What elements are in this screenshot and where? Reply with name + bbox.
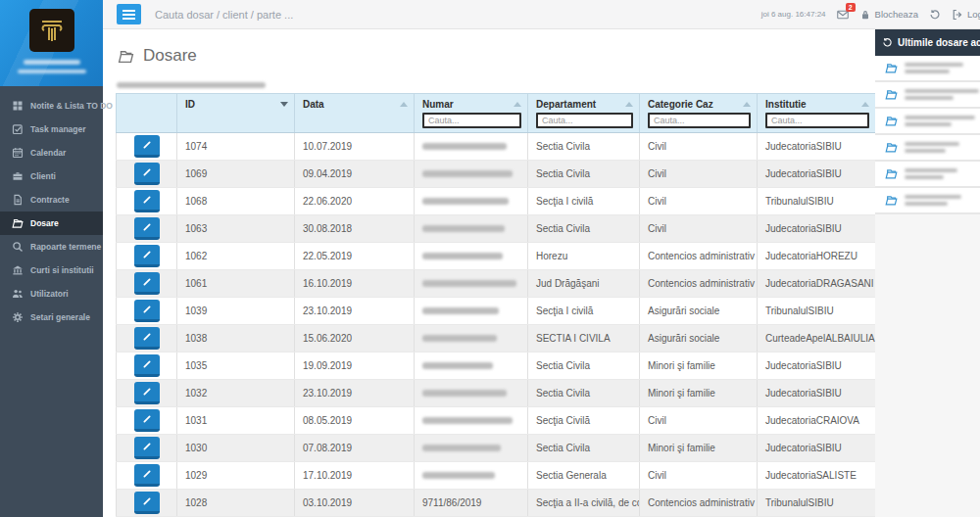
- cell-categorie: Asigurări sociale: [640, 298, 758, 325]
- edit-row-button[interactable]: [134, 190, 160, 212]
- pencil-icon: [141, 194, 153, 206]
- sidebar-item-label: Dosare: [30, 218, 59, 228]
- cell-numar: [415, 435, 528, 462]
- cell-data: 19.09.2019: [295, 352, 415, 380]
- edit-row-button[interactable]: [134, 354, 160, 377]
- recent-case-item[interactable]: [875, 135, 980, 162]
- edit-row-button[interactable]: [134, 300, 160, 322]
- cell-categorie: Civil: [640, 215, 758, 243]
- sidebar-item-contracte[interactable]: Contracte: [0, 188, 103, 212]
- sidebar-item-rapoarte-termene[interactable]: Rapoarte termene: [0, 235, 103, 258]
- sidebar-item-calendar[interactable]: Calendar: [0, 141, 103, 164]
- sidebar-item-dosare[interactable]: Dosare: [0, 212, 103, 235]
- filter-departament-input[interactable]: [536, 113, 633, 128]
- cell-numar: [415, 325, 528, 352]
- sidebar-item-label: Task manager: [30, 124, 86, 134]
- table-row: 1032 23.10.2019 Sectia Civila Minori şi …: [117, 380, 876, 407]
- recent-case-item[interactable]: [875, 82, 980, 109]
- edit-row-button[interactable]: [134, 327, 160, 350]
- messages-count-badge: 2: [846, 3, 856, 12]
- table-row: 1062 22.05.2019 Horezu Contencios admini…: [117, 243, 876, 270]
- recent-case-item[interactable]: [875, 109, 980, 135]
- table-row: 1035 19.09.2019 Sectia Civila Minori şi …: [117, 352, 876, 380]
- filter-institutie-input[interactable]: [765, 113, 869, 128]
- edit-row-button[interactable]: [134, 272, 160, 295]
- edit-row-button[interactable]: [134, 245, 160, 267]
- edit-row-button[interactable]: [134, 492, 160, 514]
- cell-departament: Sectia Civila: [528, 133, 640, 161]
- table-row: 1039 23.10.2019 Secţia I civilă Asigurăr…: [117, 298, 876, 325]
- menu-toggle-button[interactable]: [117, 4, 141, 24]
- recent-case-item[interactable]: [875, 56, 980, 82]
- page-subtitle-redacted: [117, 74, 875, 92]
- cell-data: 30.08.2018: [295, 215, 415, 243]
- sort-asc-icon: [514, 102, 521, 107]
- filter-categorie-input[interactable]: [648, 113, 751, 128]
- table-header-row: ID Data Numar: [117, 94, 876, 133]
- sidebar-item-curti-institutii[interactable]: Curti si institutii: [0, 258, 103, 282]
- cell-categorie: Contencios administrativ şi fiscal: [640, 243, 758, 270]
- edit-row-button[interactable]: [134, 163, 160, 185]
- cell-id: 1069: [177, 161, 295, 188]
- folder-open-icon: [884, 88, 899, 101]
- column-header-id[interactable]: ID: [177, 94, 295, 133]
- recent-case-text-redacted: [905, 195, 961, 206]
- sidebar-item-label: Contracte: [30, 195, 70, 205]
- cell-numar: [415, 215, 528, 243]
- pencil-icon: [141, 249, 153, 260]
- column-header-data[interactable]: Data: [295, 94, 415, 133]
- users-icon: [12, 288, 24, 300]
- edit-row-button[interactable]: [134, 217, 160, 240]
- column-header-institutie[interactable]: Institutie: [758, 94, 876, 133]
- cell-numar: [415, 188, 528, 215]
- cell-numar: [415, 380, 528, 407]
- pillar-logo-icon: [35, 15, 69, 46]
- filter-numar-input[interactable]: [422, 113, 521, 128]
- folder-open-icon: [884, 115, 899, 127]
- edit-row-button[interactable]: [134, 382, 160, 404]
- main-content: Dosare ID D: [103, 29, 875, 517]
- table-row: 1074 10.07.2019 Sectia Civila Civil Jude…: [117, 133, 876, 161]
- sidebar-item-task-manager[interactable]: Task manager: [0, 118, 103, 141]
- cell-data: 17.10.2019: [295, 462, 415, 490]
- recent-cases-panel: Ultimile dosare accesate: [875, 29, 980, 517]
- column-header-departament[interactable]: Departament: [528, 94, 640, 133]
- messages-button[interactable]: 2: [837, 9, 849, 21]
- cell-numar: [415, 161, 528, 188]
- column-header-categorie-caz[interactable]: Categorie Caz: [640, 94, 758, 133]
- history-button[interactable]: [929, 9, 941, 21]
- lock-screen-button[interactable]: Blocheaza: [859, 9, 918, 21]
- column-header-numar[interactable]: Numar: [415, 94, 528, 133]
- sort-desc-icon: [280, 102, 288, 107]
- recent-case-item[interactable]: [875, 188, 980, 214]
- cell-id: 1029: [177, 462, 295, 490]
- cell-institutie: JudecatoriaSIBIU: [758, 435, 876, 462]
- cell-departament: Sectia Civila: [528, 380, 640, 407]
- edit-row-button[interactable]: [134, 437, 160, 459]
- folder-open-icon: [117, 48, 135, 65]
- cell-institutie: JudecatoriaSIBIU: [758, 161, 876, 188]
- sidebar-item-setari-generale[interactable]: Setari generale: [0, 306, 103, 329]
- table-row: 1028 03.10.2019 9711/86/2019 Secţia a II…: [117, 490, 876, 517]
- edit-row-button[interactable]: [134, 135, 160, 158]
- cell-institutie: JudecatoriaSIBIU: [758, 352, 876, 380]
- recent-case-item[interactable]: [875, 162, 980, 188]
- cell-numar: [415, 243, 528, 270]
- cell-categorie: Civil: [640, 407, 758, 435]
- sidebar-item-notite[interactable]: Notite & Lista TO DO: [0, 94, 103, 118]
- cell-categorie: Minori şi familie: [640, 380, 758, 407]
- edit-row-button[interactable]: [134, 409, 160, 432]
- table-row: 1069 09.04.2019 Sectia Civila Civil Jude…: [117, 161, 876, 188]
- cell-departament: Secţia I civilă: [528, 188, 640, 215]
- global-search-input[interactable]: [153, 8, 408, 22]
- sidebar-item-label: Calendar: [30, 148, 66, 158]
- edit-row-button[interactable]: [134, 464, 160, 487]
- sidebar-item-utilizatori[interactable]: Utilizatori: [0, 282, 103, 306]
- pencil-icon: [141, 276, 153, 288]
- logout-button[interactable]: Logout: [952, 9, 980, 21]
- cell-data: 07.08.2019: [295, 435, 415, 462]
- cell-data: 08.05.2019: [295, 407, 415, 435]
- cell-institutie: TribunalulSIBIU: [758, 298, 876, 325]
- cell-id: 1062: [177, 243, 295, 270]
- sidebar-item-clienti[interactable]: Clienti: [0, 164, 103, 188]
